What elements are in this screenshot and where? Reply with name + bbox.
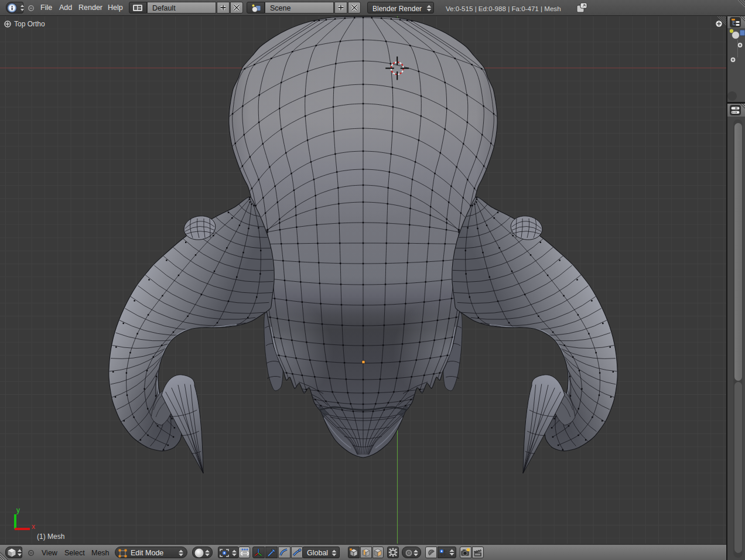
svg-text:y: y bbox=[16, 506, 20, 514]
svg-text:x: x bbox=[32, 523, 35, 531]
